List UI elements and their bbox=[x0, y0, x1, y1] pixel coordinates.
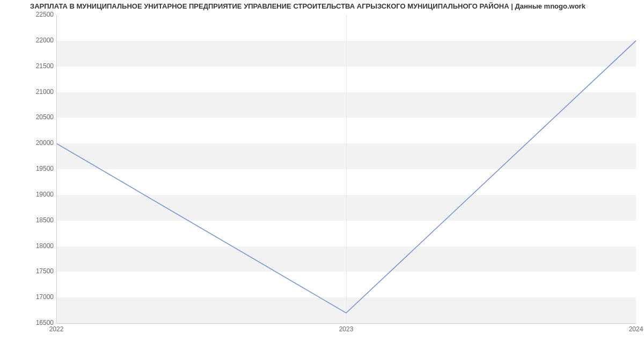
x-tick-label: 2024 bbox=[629, 325, 643, 333]
y-tick-label: 20500 bbox=[4, 113, 54, 121]
y-tick-label: 22500 bbox=[4, 11, 54, 18]
y-tick-label: 16500 bbox=[4, 319, 54, 326]
y-tick-label: 17000 bbox=[4, 293, 54, 301]
series-line bbox=[56, 41, 636, 313]
y-tick-label: 18500 bbox=[4, 216, 54, 224]
y-tick-label: 19000 bbox=[4, 191, 54, 198]
y-tick-label: 21000 bbox=[4, 88, 54, 96]
y-tick-label: 20000 bbox=[4, 139, 54, 147]
y-tick-label: 19500 bbox=[4, 165, 54, 172]
y-tick-label: 18000 bbox=[4, 242, 54, 250]
y-axis-line bbox=[56, 15, 57, 323]
x-tick-label: 2022 bbox=[49, 325, 64, 333]
y-tick-label: 21500 bbox=[4, 62, 54, 70]
x-axis-line bbox=[56, 323, 636, 324]
y-tick-label: 17500 bbox=[4, 267, 54, 275]
series-layer bbox=[56, 15, 636, 323]
x-tick-label: 2023 bbox=[339, 325, 354, 333]
plot-area bbox=[56, 15, 636, 323]
chart-title: ЗАРПЛАТА В МУНИЦИПАЛЬНОЕ УНИТАРНОЕ ПРЕДП… bbox=[30, 2, 586, 10]
y-tick-label: 22000 bbox=[4, 37, 54, 44]
